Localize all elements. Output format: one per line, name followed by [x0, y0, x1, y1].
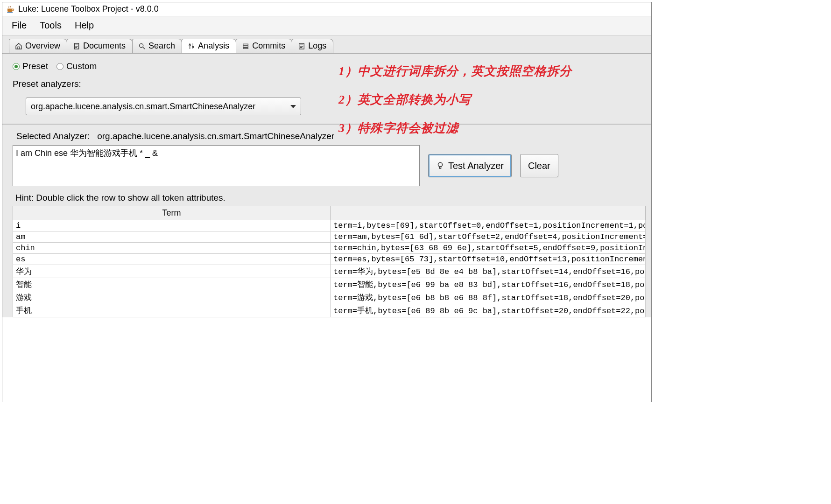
tab-overview-label: Overview [25, 41, 60, 51]
attrs-cell: term=am,bytes=[61 6d],startOffset=2,endO… [331, 231, 646, 243]
term-cell: 手机 [13, 304, 331, 317]
term-cell: es [13, 254, 331, 265]
svg-line-6 [143, 47, 145, 49]
table-header-attrs[interactable] [331, 206, 646, 220]
table-row[interactable]: 华为term=华为,bytes=[e5 8d 8e e4 b8 ba],star… [13, 265, 646, 278]
document-icon [73, 42, 80, 50]
tab-overview[interactable]: Overview [9, 39, 67, 53]
analyzer-select-panel: Preset Custom Preset analyzers: org.apac… [2, 54, 651, 125]
tab-search-label: Search [148, 41, 175, 51]
tab-commits-label: Commits [252, 41, 285, 51]
annotation-overlay: 1）中文进行词库拆分，英文按照空格拆分 2）英文全部转换为小写 3）特殊字符会被… [338, 63, 572, 148]
table-row[interactable]: 智能term=智能,bytes=[e6 99 ba e8 83 bd],star… [13, 278, 646, 291]
attrs-cell: term=手机,bytes=[e6 89 8b e6 9c ba],startO… [331, 304, 646, 317]
selected-analyzer-value: org.apache.lucene.analysis.cn.smart.Smar… [97, 131, 334, 141]
table-row[interactable]: amterm=am,bytes=[61 6d],startOffset=2,en… [13, 231, 646, 243]
annotation-line-1: 1）中文进行词库拆分，英文按照空格拆分 [338, 63, 572, 79]
attrs-cell: term=智能,bytes=[e6 99 ba e8 83 bd],startO… [331, 278, 646, 291]
tabs-bar: Overview Documents Search Analysis Commi… [2, 36, 651, 54]
selected-analyzer-label: Selected Analyzer: [16, 131, 90, 141]
menu-help[interactable]: Help [75, 20, 94, 31]
svg-point-18 [438, 162, 443, 167]
tab-analysis[interactable]: Analysis [182, 39, 236, 53]
tab-logs[interactable]: Logs [292, 39, 333, 53]
annotation-line-2: 2）英文全部转换为小写 [338, 91, 572, 108]
search-icon [138, 42, 146, 50]
app-window: Luke: Lucene Toolbox Project - v8.0.0 Fi… [2, 2, 652, 402]
radio-preset-label: Preset [22, 61, 48, 71]
term-cell: chin [13, 243, 331, 254]
table-row[interactable]: chinterm=chin,bytes=[63 68 69 6e],startO… [13, 243, 646, 254]
attrs-cell: term=华为,bytes=[e5 8d 8e e4 b8 ba],startO… [331, 265, 646, 278]
attrs-cell: term=游戏,bytes=[e6 b8 b8 e6 88 8f],startO… [331, 291, 646, 304]
token-table[interactable]: Term iterm=i,bytes=[69],startOffset=0,en… [13, 206, 646, 317]
titlebar: Luke: Lucene Toolbox Project - v8.0.0 [2, 2, 651, 16]
sliders-icon [188, 42, 195, 50]
svg-rect-0 [7, 12, 13, 13]
table-header-term[interactable]: Term [13, 206, 331, 220]
svg-rect-19 [440, 167, 441, 168]
java-icon [6, 5, 14, 14]
hint-text: Hint: Double click the row to show all t… [15, 193, 644, 203]
radio-preset[interactable]: Preset [13, 61, 48, 71]
home-icon [15, 42, 22, 50]
svg-point-5 [140, 43, 143, 47]
svg-rect-11 [243, 44, 248, 45]
term-cell: 游戏 [13, 291, 331, 304]
content-area: Preset Custom Preset analyzers: org.apac… [2, 54, 651, 317]
analyzer-test-panel: Selected Analyzer: org.apache.lucene.ana… [2, 125, 651, 317]
svg-point-8 [189, 44, 190, 46]
analyzer-input[interactable] [13, 145, 420, 186]
tab-search[interactable]: Search [132, 39, 182, 53]
bulb-icon [436, 161, 444, 170]
list-icon [298, 42, 305, 50]
tab-documents[interactable]: Documents [67, 39, 133, 53]
menu-file[interactable]: File [12, 20, 27, 31]
term-cell: 华为 [13, 265, 331, 278]
radio-custom[interactable]: Custom [56, 61, 97, 71]
clear-button[interactable]: Clear [520, 154, 558, 177]
annotation-line-3: 3）特殊字符会被过滤 [338, 120, 572, 136]
test-analyzer-label: Test Analyzer [448, 161, 504, 171]
menubar: File Tools Help [2, 16, 651, 36]
attrs-cell: term=chin,bytes=[63 68 69 6e],startOffse… [331, 243, 646, 254]
radio-custom-label: Custom [66, 61, 97, 71]
svg-rect-12 [243, 46, 248, 47]
term-cell: i [13, 220, 331, 231]
tab-documents-label: Documents [83, 41, 126, 51]
svg-point-10 [192, 46, 194, 48]
table-row[interactable]: esterm=es,bytes=[65 73],startOffset=10,e… [13, 254, 646, 265]
window-title: Luke: Lucene Toolbox Project - v8.0.0 [18, 4, 159, 14]
term-cell: 智能 [13, 278, 331, 291]
table-row[interactable]: 手机term=手机,bytes=[e6 89 8b e6 9c ba],star… [13, 304, 646, 317]
table-row[interactable]: 游戏term=游戏,bytes=[e6 b8 b8 e6 88 8f],star… [13, 291, 646, 304]
clear-button-label: Clear [528, 161, 550, 171]
tab-analysis-label: Analysis [198, 41, 229, 51]
analyzer-combobox[interactable]: org.apache.lucene.analysis.cn.smart.Smar… [26, 98, 301, 115]
svg-rect-13 [243, 48, 248, 49]
term-cell: am [13, 231, 331, 243]
tab-logs-label: Logs [308, 41, 326, 51]
test-analyzer-button[interactable]: Test Analyzer [428, 154, 512, 177]
menu-tools[interactable]: Tools [40, 20, 62, 31]
table-row[interactable]: iterm=i,bytes=[69],startOffset=0,endOffs… [13, 220, 646, 231]
attrs-cell: term=i,bytes=[69],startOffset=0,endOffse… [331, 220, 646, 231]
layers-icon [242, 42, 249, 50]
analyzer-combo-value: org.apache.lucene.analysis.cn.smart.Smar… [31, 102, 255, 112]
tab-commits[interactable]: Commits [236, 39, 292, 53]
chevron-down-icon [290, 105, 296, 108]
attrs-cell: term=es,bytes=[65 73],startOffset=10,end… [331, 254, 646, 265]
